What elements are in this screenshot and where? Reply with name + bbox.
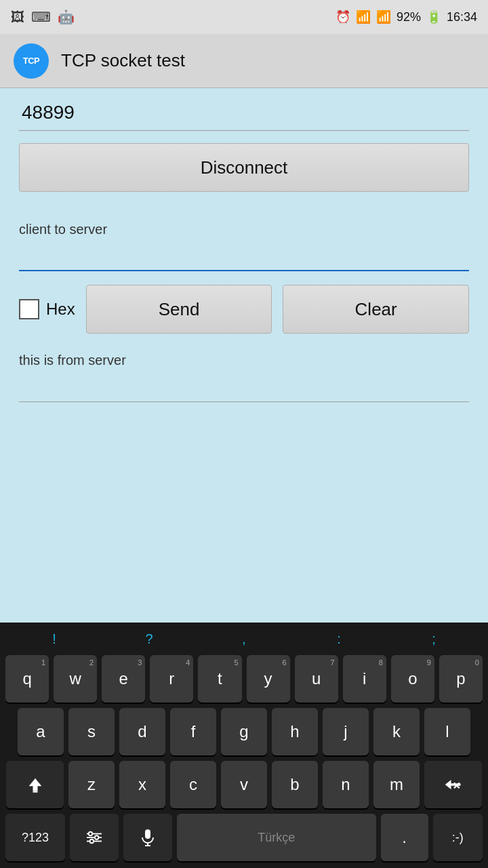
battery-icon: 🔋 (426, 9, 441, 24)
keyboard-row-1: 1q 2w 3e 4r 5t 6y 7u 8i 9o 0p (5, 655, 483, 703)
message-input[interactable] (19, 244, 469, 271)
status-bar-right: ⏰ 📶 📶 92% 🔋 16:34 (336, 9, 477, 24)
server-label: this is from server (19, 353, 469, 368)
status-bar-left: 🖼 ⌨ 🤖 (11, 9, 75, 25)
key-k[interactable]: k (373, 708, 420, 755)
server-response (19, 375, 469, 402)
key-i[interactable]: 8i (343, 655, 386, 703)
svg-rect-9 (145, 829, 150, 839)
android-icon: 🤖 (58, 9, 75, 25)
disconnect-button[interactable]: Disconnect (19, 143, 469, 192)
keyboard: ! ? , : ; 1q 2w 3e 4r 5t 6y 7u 8i 9o 0p … (0, 623, 488, 868)
backspace-key[interactable] (424, 761, 482, 808)
time-display: 16:34 (447, 10, 477, 24)
symbol-exclamation[interactable]: ! (7, 631, 102, 647)
hex-option[interactable]: Hex (19, 299, 75, 319)
symbol-semicolon[interactable]: ; (386, 631, 481, 647)
space-key[interactable]: Türkçe (177, 814, 376, 861)
period-key[interactable]: . (381, 814, 428, 861)
shift-key[interactable] (6, 761, 64, 808)
main-content: Disconnect client to server Hex Send Cle… (0, 88, 488, 623)
battery-percentage: 92% (396, 10, 421, 24)
key-n[interactable]: n (323, 761, 369, 808)
symbol-comma[interactable]: , (197, 631, 291, 647)
key-t[interactable]: 5t (198, 655, 241, 703)
key-y[interactable]: 6y (247, 655, 290, 703)
svg-point-6 (89, 832, 93, 836)
title-bar: TCP TCP socket test (0, 34, 488, 88)
keyboard-row-3: z x c v b n m (5, 761, 483, 808)
image-icon: 🖼 (11, 9, 24, 25)
key-a[interactable]: a (18, 708, 64, 755)
svg-rect-0 (33, 791, 37, 792)
key-d[interactable]: d (119, 708, 165, 755)
key-m[interactable]: m (373, 761, 420, 808)
keyboard-rows: 1q 2w 3e 4r 5t 6y 7u 8i 9o 0p a s d f g … (0, 652, 488, 808)
hex-label: Hex (46, 300, 75, 319)
fn-key-123[interactable]: ?123 (5, 814, 65, 861)
send-button[interactable]: Send (86, 285, 272, 334)
action-row: Hex Send Clear (19, 285, 469, 334)
key-p[interactable]: 0p (439, 655, 483, 703)
hex-checkbox[interactable] (19, 299, 39, 319)
key-g[interactable]: g (221, 708, 267, 755)
key-z[interactable]: z (68, 761, 115, 808)
key-v[interactable]: v (221, 761, 267, 808)
keyboard-settings-key[interactable] (70, 814, 119, 861)
key-s[interactable]: s (68, 708, 115, 755)
client-to-server-label: client to server (19, 222, 469, 237)
status-bar: 🖼 ⌨ 🤖 ⏰ 📶 📶 92% 🔋 16:34 (0, 0, 488, 34)
keyboard-icon: ⌨ (31, 9, 51, 25)
key-j[interactable]: j (323, 708, 369, 755)
key-x[interactable]: x (119, 761, 165, 808)
key-q[interactable]: 1q (5, 655, 49, 703)
emoji-key[interactable]: :-) (433, 814, 483, 861)
clear-button[interactable]: Clear (283, 285, 469, 334)
keyboard-bottom-row: ?123 Türkçe . :-) (0, 808, 488, 861)
app-title: TCP socket test (61, 50, 185, 71)
app-icon: TCP (14, 43, 49, 79)
microphone-key[interactable] (123, 814, 172, 861)
key-h[interactable]: h (272, 708, 318, 755)
symbol-colon[interactable]: : (291, 631, 386, 647)
key-e[interactable]: 3e (102, 655, 145, 703)
keyboard-row-2: a s d f g h j k l (5, 708, 483, 755)
key-u[interactable]: 7u (295, 655, 338, 703)
key-f[interactable]: f (170, 708, 216, 755)
symbol-question[interactable]: ? (102, 631, 197, 647)
signal-icon: 📶 (376, 9, 391, 24)
svg-point-8 (90, 840, 94, 844)
alarm-icon: ⏰ (336, 9, 350, 24)
symbol-hints-row: ! ? , : ; (0, 623, 488, 652)
key-o[interactable]: 9o (391, 655, 434, 703)
port-input[interactable] (19, 95, 469, 131)
wifi-icon: 📶 (356, 9, 371, 24)
key-l[interactable]: l (424, 708, 470, 755)
key-w[interactable]: 2w (54, 655, 97, 703)
key-b[interactable]: b (272, 761, 318, 808)
key-r[interactable]: 4r (150, 655, 193, 703)
key-c[interactable]: c (170, 761, 216, 808)
svg-point-7 (95, 835, 99, 840)
